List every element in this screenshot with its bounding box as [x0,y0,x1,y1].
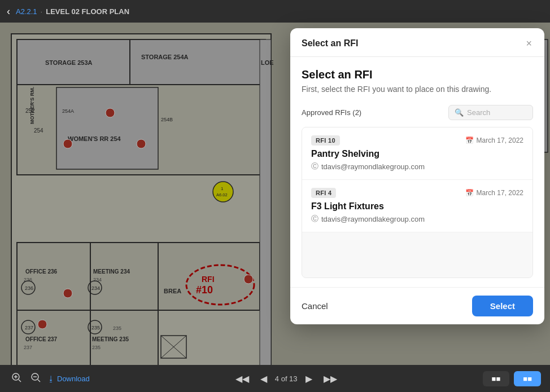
breadcrumb: A2.2.1 · LEVEL 02 FLOOR PLAN [16,7,129,16]
zoom-in-button[interactable] [9,370,24,387]
select-button[interactable]: Select [472,296,533,316]
search-filter-row: Approved RFIs (2) 🔍 [302,105,533,120]
svg-line-61 [38,380,40,382]
rfi-user-2: Ⓒ tdavis@raymondlakegroup.com [311,214,523,224]
cancel-button[interactable]: Cancel [302,301,328,311]
nav-prev-button[interactable]: ◀ [257,371,270,386]
zoom-out-button[interactable] [28,370,43,387]
bottom-bar: ⭳ Download ◀◀ ◀ 4 of 13 ▶ ▶▶ ■■ ■■ [0,365,550,392]
rfi-title-1: Pantry Shelving [311,149,523,159]
download-arrow-icon: ⭳ [47,375,55,383]
modal-subtitle: First, select the RFI you want to place … [302,85,533,94]
download-link[interactable]: ⭳ Download [47,375,90,383]
user-icon-1: Ⓒ [311,161,318,171]
download-label: Download [57,375,90,383]
search-box[interactable]: 🔍 [448,105,533,120]
approved-rfis-label: Approved RFIs (2) [302,108,361,117]
nav-first-button[interactable]: ◀◀ [232,371,252,386]
rfi-user-email-2: tdavis@raymondlakegroup.com [321,215,425,223]
svg-line-57 [19,380,21,382]
modal-footer: Cancel Select [290,287,544,324]
rfi-item-1-header: RFI 10 📅 March 17, 2022 [311,135,523,146]
modal-header: Select an RFI × [290,28,544,57]
modal-body: Select an RFI First, select the RFI you … [290,57,544,287]
rfi-date-text-1: March 17, 2022 [477,136,523,144]
action-button-1[interactable]: ■■ [483,371,510,386]
modal-header-title: Select an RFI [302,38,358,49]
rfi-item-1[interactable]: RFI 10 📅 March 17, 2022 Pantry Shelving … [302,127,532,180]
rfi-date-1: 📅 March 17, 2022 [465,136,523,144]
bottom-nav: ◀◀ ◀ 4 of 13 ▶ ▶▶ [232,371,341,386]
calendar-icon-2: 📅 [465,189,474,197]
modal-title: Select an RFI [302,68,533,81]
rfi-date-2: 📅 March 17, 2022 [465,189,523,197]
calendar-icon-1: 📅 [465,136,474,144]
bottom-left: ⭳ Download [9,370,90,387]
action-button-2[interactable]: ■■ [514,371,541,386]
rfi-badge-1: RFI 10 [311,135,340,146]
page-indicator: 4 of 13 [275,375,298,383]
breadcrumb-title: LEVEL 02 FLOOR PLAN [46,7,129,16]
search-icon: 🔍 [455,108,464,117]
search-input[interactable] [467,108,527,117]
rfi-user-1: Ⓒ tdavis@raymondlakegroup.com [311,161,523,171]
rfi-title-2: F3 Light Fixtures [311,201,523,212]
nav-last-button[interactable]: ▶▶ [320,371,341,386]
nav-next-button[interactable]: ▶ [302,371,316,386]
user-icon-2: Ⓒ [311,214,318,224]
main-area: STORAGE 253A STORAGE 254A WOMEN'S RR 254… [0,23,550,392]
rfi-item-2-header: RFI 4 📅 March 17, 2022 [311,188,523,198]
rfi-list-empty [302,232,532,278]
top-bar: ‹ A2.2.1 · LEVEL 02 FLOOR PLAN [0,0,550,23]
bottom-right: ■■ ■■ [483,371,541,386]
rfi-badge-2: RFI 4 [311,188,336,198]
breadcrumb-code: A2.2.1 [16,7,37,16]
rfi-date-text-2: March 17, 2022 [477,189,523,197]
modal-close-button[interactable]: × [525,37,533,50]
breadcrumb-separator: · [41,7,43,16]
rfi-item-2[interactable]: RFI 4 📅 March 17, 2022 F3 Light Fixtures… [302,180,532,232]
back-button[interactable]: ‹ [7,6,10,17]
rfi-list: RFI 10 📅 March 17, 2022 Pantry Shelving … [302,127,533,278]
rfi-modal: Select an RFI × Select an RFI First, sel… [290,28,544,324]
rfi-user-email-1: tdavis@raymondlakegroup.com [321,162,425,171]
modal-overlay: Select an RFI × Select an RFI First, sel… [0,23,550,392]
